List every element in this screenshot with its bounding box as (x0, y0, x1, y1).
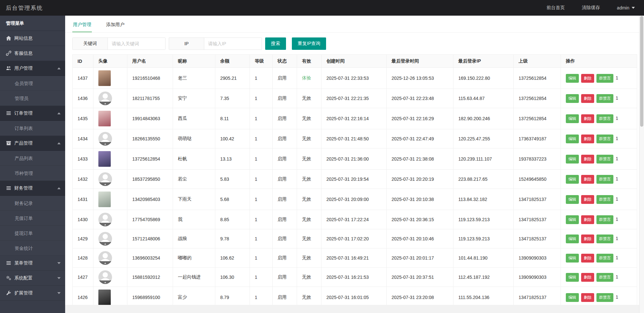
delete-button[interactable]: 删除 (581, 155, 594, 164)
mute-button[interactable]: 群禁言 (596, 293, 613, 302)
action-suffix: 1 (616, 255, 618, 260)
edit-button[interactable]: 编辑 (566, 254, 579, 263)
mute-button[interactable]: 群禁言 (596, 135, 613, 143)
delete-button[interactable]: 删除 (581, 254, 594, 263)
cell-status: 启用 (273, 268, 297, 287)
cell-balance: 13.13 (215, 149, 250, 170)
avatar[interactable] (98, 270, 112, 284)
delete-button[interactable]: 删除 (581, 74, 594, 83)
sidebar-subitem-currency-management[interactable]: 币种管理 (0, 166, 65, 181)
sidebar-item-menu-management[interactable]: 菜单管理 (0, 256, 65, 271)
delete-button[interactable]: 删除 (581, 235, 594, 243)
cell-actions: 编辑删除群禁言1 (561, 89, 637, 108)
edit-button[interactable]: 编辑 (566, 175, 579, 184)
ip-input[interactable] (204, 38, 262, 50)
avatar[interactable] (98, 111, 111, 126)
avatar[interactable] (98, 192, 111, 207)
sidebar-item-system-config[interactable]: 系统配置 (0, 271, 65, 286)
nav-link-clear-cache[interactable]: 清除缓存 (582, 5, 600, 11)
delete-button[interactable]: 删除 (581, 215, 594, 224)
edit-button[interactable]: 编辑 (566, 114, 579, 123)
sidebar-subitem-funds-statistics[interactable]: 资金统计 (0, 241, 65, 256)
sidebar-subitem-member-management[interactable]: 会员管理 (0, 76, 65, 91)
sidebar-item-product-management[interactable]: 产品管理 (0, 136, 65, 151)
avatar[interactable] (98, 70, 111, 86)
sidebar-item-user-management[interactable]: 用户管理 (0, 61, 65, 76)
nav-link-front-home[interactable]: 前台首页 (547, 5, 565, 11)
table-row: 142615968959100富少8.791启用无效2025-07-31 16:… (73, 287, 637, 305)
delete-button[interactable]: 删除 (581, 135, 594, 143)
edit-button[interactable]: 编辑 (566, 155, 579, 164)
scrollbar-thumb[interactable] (640, 16, 643, 127)
edit-button[interactable]: 编辑 (566, 293, 579, 302)
action-suffix: 1 (616, 274, 618, 279)
mute-button[interactable]: 群禁言 (596, 94, 613, 103)
keyword-input[interactable] (108, 38, 165, 50)
sidebar-item-finance-management[interactable]: 财务管理 (0, 181, 65, 196)
avatar[interactable] (98, 172, 112, 186)
delete-button[interactable]: 删除 (581, 175, 594, 184)
avatar[interactable] (98, 151, 111, 167)
edit-button[interactable]: 编辑 (566, 215, 579, 224)
edit-button[interactable]: 编辑 (566, 273, 579, 282)
delete-button[interactable]: 删除 (581, 195, 594, 204)
edit-button[interactable]: 编辑 (566, 195, 579, 204)
sidebar-subitem-admin-list[interactable]: 管理员 (0, 91, 65, 106)
mute-button[interactable]: 群禁言 (596, 254, 613, 263)
search-button[interactable]: 搜索 (265, 37, 286, 50)
dup-ip-search-button[interactable]: 重复IP查询 (292, 37, 326, 50)
sidebar-subitem-withdraw-orders[interactable]: 提现订单 (0, 226, 65, 241)
cell-last-ip: 120.239.111.107 (453, 149, 514, 170)
sidebar-subitem-recharge-orders[interactable]: 充值订单 (0, 211, 65, 226)
user-menu[interactable]: admin (617, 5, 635, 10)
sidebar-item-label: 客服信息 (14, 50, 33, 56)
mute-button[interactable]: 群禁言 (596, 195, 613, 204)
sidebar-subitem-finance-records[interactable]: 财务记录 (0, 196, 65, 211)
tab-add-user[interactable]: 添加用户 (106, 22, 125, 32)
avatar[interactable] (98, 92, 112, 105)
sidebar-subitem-product-list[interactable]: 产品列表 (0, 151, 65, 166)
avatar[interactable] (98, 232, 112, 246)
cell-id: 1429 (73, 229, 93, 249)
mute-button[interactable]: 群禁言 (596, 215, 613, 224)
mute-button[interactable]: 群禁言 (596, 114, 613, 123)
mute-button[interactable]: 群禁言 (596, 155, 613, 164)
cell-parent: 19378337223 (514, 149, 561, 170)
table-row: 143218537295850若尘5.831启用无效2025-07-31 20:… (73, 170, 637, 189)
avatar[interactable] (98, 213, 112, 226)
sidebar-subitem-order-list[interactable]: 订单列表 (0, 121, 65, 136)
cell-nickname: 战狼 (173, 229, 215, 249)
delete-button[interactable]: 删除 (581, 94, 594, 103)
tab-user-management[interactable]: 用户管理 (72, 22, 92, 32)
avatar[interactable] (98, 251, 112, 265)
edit-button[interactable]: 编辑 (566, 74, 579, 83)
sidebar-item-order-management[interactable]: 订单管理 (0, 106, 65, 121)
mute-button[interactable]: 群禁言 (596, 74, 613, 83)
edit-button[interactable]: 编辑 (566, 235, 579, 243)
cell-username: 18266135550 (127, 129, 173, 149)
sidebar-item-extension-management[interactable]: 扩展管理 (0, 286, 65, 301)
mute-button[interactable]: 群禁言 (596, 235, 613, 243)
valid-badge: 无效 (302, 116, 311, 121)
sidebar-item-label: 网站信息 (14, 36, 33, 41)
table-header-cell: 有效 (297, 55, 322, 68)
sidebar-item-site-info[interactable]: 网站信息 (0, 31, 65, 46)
sidebar-title: 管理菜单 (0, 16, 65, 31)
mute-button[interactable]: 群禁言 (596, 175, 613, 184)
edit-button[interactable]: 编辑 (566, 94, 579, 103)
action-suffix: 1 (616, 196, 618, 202)
avatar[interactable] (98, 290, 111, 305)
delete-button[interactable]: 删除 (581, 293, 594, 302)
vertical-scrollbar[interactable] (639, 16, 644, 313)
cell-actions: 编辑删除群禁言1 (561, 268, 637, 287)
mute-button[interactable]: 群禁言 (596, 273, 613, 282)
sidebar-item-customer-service[interactable]: 客服信息 (0, 46, 65, 61)
avatar[interactable] (98, 132, 112, 146)
cell-parent: 13725612854 (514, 108, 561, 129)
cell-created: 2025-07-31 21:48:50 (322, 129, 387, 149)
delete-button[interactable]: 删除 (581, 114, 594, 123)
cell-id: 1431 (73, 189, 93, 210)
caret-up-icon (57, 142, 61, 144)
delete-button[interactable]: 删除 (581, 273, 594, 282)
edit-button[interactable]: 编辑 (566, 135, 579, 143)
